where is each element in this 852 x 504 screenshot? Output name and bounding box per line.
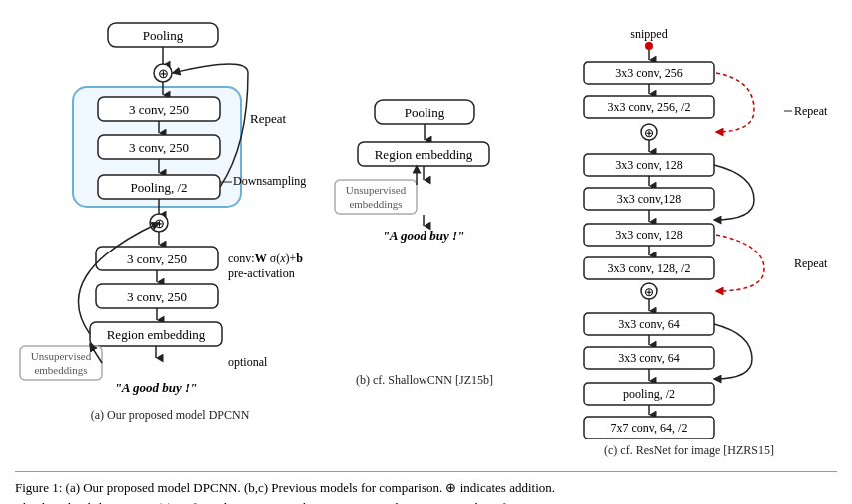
svg-text:Pooling: Pooling — [405, 105, 445, 120]
svg-text:Region embedding: Region embedding — [106, 327, 205, 342]
svg-text:3 conv, 250: 3 conv, 250 — [126, 252, 186, 266]
svg-text:conv:W σ(x)+b: conv:W σ(x)+b — [228, 252, 303, 265]
svg-text:3x3 conv, 128: 3x3 conv, 128 — [615, 228, 683, 242]
svg-text:Downsampling: Downsampling — [233, 174, 306, 188]
svg-text:⊕: ⊕ — [644, 285, 654, 299]
svg-text:embeddings: embeddings — [349, 198, 402, 210]
svg-text:Pooling, /2: Pooling, /2 — [130, 180, 187, 195]
svg-text:embeddings: embeddings — [34, 364, 87, 376]
svg-text:3x3 conv, 256, /2: 3x3 conv, 256, /2 — [608, 100, 691, 114]
svg-text:⊕: ⊕ — [644, 126, 654, 140]
diagram-b-svg: Pooling Region embedding Unsupervised em… — [330, 90, 519, 369]
diagram-b: Pooling Region embedding Unsupervised em… — [325, 10, 524, 388]
svg-text:3x3 conv, 128: 3x3 conv, 128 — [615, 158, 683, 172]
caption-c: (c) cf. ResNet for image [HZRS15] — [604, 443, 774, 458]
caption-a: (a) Our proposed model DPCNN — [91, 408, 250, 423]
svg-text:Unsupervised: Unsupervised — [346, 184, 407, 196]
svg-text:Repeat: Repeat — [250, 111, 286, 126]
diagram-c: snipped 3x3 conv, 256 3x3 conv, 256, /2 … — [524, 10, 852, 458]
svg-text:3x3 conv, 64: 3x3 conv, 64 — [618, 317, 680, 331]
svg-text:3x3 conv, 64: 3x3 conv, 64 — [618, 351, 680, 365]
svg-text:optional: optional — [228, 355, 268, 369]
svg-text:⊕: ⊕ — [157, 66, 168, 81]
svg-text:"A good buy !": "A good buy !" — [114, 380, 197, 395]
svg-text:pre-activation: pre-activation — [228, 266, 295, 280]
diagram-a: Pooling ⊕ Repeat 3 conv, 250 — [15, 10, 325, 423]
svg-text:3 conv, 250: 3 conv, 250 — [126, 289, 186, 304]
diagram-c-svg: snipped 3x3 conv, 256 3x3 conv, 256, /2 … — [524, 20, 852, 439]
figure-container: Pooling ⊕ Repeat 3 conv, 250 — [15, 10, 837, 504]
figure-caption-line2: The dotted red shortcuts in (c) perform … — [15, 500, 525, 505]
diagrams-row: Pooling ⊕ Repeat 3 conv, 250 — [15, 10, 837, 463]
svg-text:Unsupervised: Unsupervised — [30, 350, 91, 362]
svg-text:"A good buy !": "A good buy !" — [383, 228, 465, 243]
svg-text:7x7 conv, 64, /2: 7x7 conv, 64, /2 — [611, 421, 688, 435]
svg-text:snipped: snipped — [630, 27, 667, 41]
svg-text:Region embedding: Region embedding — [375, 147, 473, 162]
svg-text:Repeat: Repeat — [794, 256, 828, 270]
svg-text:Pooling: Pooling — [142, 28, 183, 43]
svg-text:3x3 conv, 128, /2: 3x3 conv, 128, /2 — [608, 261, 691, 275]
svg-text:pooling, /2: pooling, /2 — [623, 387, 675, 401]
svg-text:3 conv, 250: 3 conv, 250 — [128, 102, 188, 117]
figure-caption: Figure 1: (a) Our proposed model DPCNN. … — [15, 471, 837, 504]
svg-text:3 conv, 250: 3 conv, 250 — [128, 140, 188, 155]
svg-text:3x3 conv, 256: 3x3 conv, 256 — [615, 66, 683, 80]
caption-b: (b) cf. ShallowCNN [JZ15b] — [356, 373, 493, 388]
figure-caption-line1: Figure 1: (a) Our proposed model DPCNN. … — [15, 480, 555, 495]
diagram-a-svg: Pooling ⊕ Repeat 3 conv, 250 — [18, 15, 323, 404]
svg-text:Repeat: Repeat — [794, 104, 828, 118]
svg-point-52 — [645, 42, 653, 50]
svg-text:3x3 conv,128: 3x3 conv,128 — [617, 192, 682, 206]
